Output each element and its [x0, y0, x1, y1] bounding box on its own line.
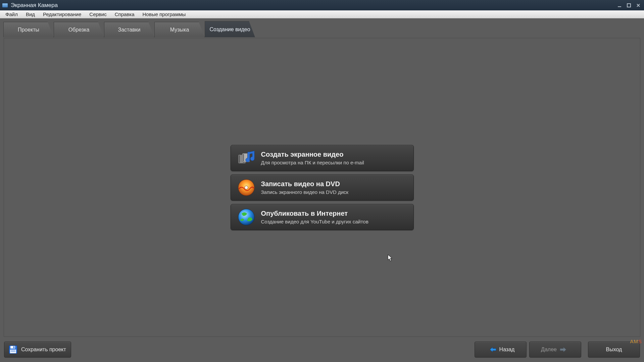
menu-new-programs[interactable]: Новые программы: [139, 10, 190, 18]
tab-label: Заставки: [118, 27, 140, 33]
tab-label: Музыка: [170, 27, 189, 33]
globe-icon: [237, 208, 256, 226]
tab-crop[interactable]: Обрезка: [54, 22, 104, 37]
dvd-disc-icon: [237, 178, 256, 197]
app-icon: [2, 3, 8, 8]
svg-rect-6: [243, 154, 244, 161]
option-title: Создать экранное видео: [261, 151, 364, 158]
floppy-disk-icon: [8, 345, 18, 354]
arrow-left-icon: [489, 347, 497, 353]
option-list: Создать экранное видео Для просмотра на …: [231, 142, 414, 234]
menu-view[interactable]: Вид: [22, 10, 39, 18]
exit-label: Выход: [606, 347, 622, 353]
svg-point-9: [245, 186, 248, 189]
maximize-icon: [627, 3, 631, 7]
tab-label: Создание видео: [209, 27, 250, 33]
menubar: Файл Вид Редактирование Сервис Справка Н…: [0, 10, 644, 18]
option-publish-internet[interactable]: Опубликовать в Интернет Создание видео д…: [231, 204, 414, 230]
brand-s: S: [638, 339, 642, 344]
bottombar: Сохранить проект Назад Далее Выход: [0, 337, 644, 362]
close-button[interactable]: [635, 2, 642, 9]
next-button: Далее: [529, 342, 581, 358]
save-label: Сохранить проект: [21, 347, 66, 353]
option-title: Опубликовать в Интернет: [261, 210, 368, 217]
tab-create-video[interactable]: Создание видео: [205, 21, 255, 37]
menu-edit[interactable]: Редактирование: [39, 10, 85, 18]
option-burn-dvd[interactable]: Записать видео на DVD Запись экранного в…: [231, 174, 414, 201]
maximize-button[interactable]: [625, 2, 633, 9]
menu-file[interactable]: Файл: [1, 10, 22, 18]
tab-projects[interactable]: Проекты: [3, 22, 54, 37]
save-project-button[interactable]: Сохранить проект: [4, 342, 71, 358]
next-label: Далее: [541, 347, 557, 353]
svg-rect-0: [618, 6, 621, 7]
main-panel: Создать экранное видео Для просмотра на …: [4, 38, 640, 337]
tab-music[interactable]: Музыка: [154, 22, 205, 37]
svg-rect-13: [13, 346, 14, 348]
window-title: Экранная Камера: [11, 2, 614, 9]
back-button[interactable]: Назад: [475, 342, 527, 358]
option-create-screen-video[interactable]: Создать экранное видео Для просмотра на …: [231, 145, 414, 171]
minimize-button[interactable]: [616, 2, 623, 9]
tab-label: Обрезка: [68, 27, 90, 33]
svg-rect-3: [239, 155, 240, 163]
option-desc: Запись экранного видео на DVD диск: [261, 189, 349, 195]
titlebar: Экранная Камера: [0, 0, 644, 10]
tab-label: Проекты: [18, 27, 39, 33]
option-title: Записать видео на DVD: [261, 180, 349, 188]
film-music-icon: [237, 149, 256, 167]
svg-point-10: [238, 209, 254, 225]
option-desc: Создание видео для YouTube и других сайт…: [261, 219, 368, 224]
close-icon: [636, 3, 640, 7]
ams-brand: AMS: [630, 339, 642, 345]
minimize-icon: [617, 3, 622, 7]
brand-am: AM: [630, 339, 638, 344]
svg-rect-1: [627, 4, 631, 7]
tabstrip: Проекты Обрезка Заставки Музыка Создание…: [0, 18, 644, 37]
tab-intros[interactable]: Заставки: [104, 22, 154, 37]
menu-service[interactable]: Сервис: [85, 10, 110, 18]
arrow-right-icon: [559, 347, 567, 353]
back-label: Назад: [499, 347, 515, 353]
option-desc: Для просмотра на ПК и пересылки по e-mai…: [261, 160, 364, 165]
menu-help[interactable]: Справка: [111, 10, 139, 18]
